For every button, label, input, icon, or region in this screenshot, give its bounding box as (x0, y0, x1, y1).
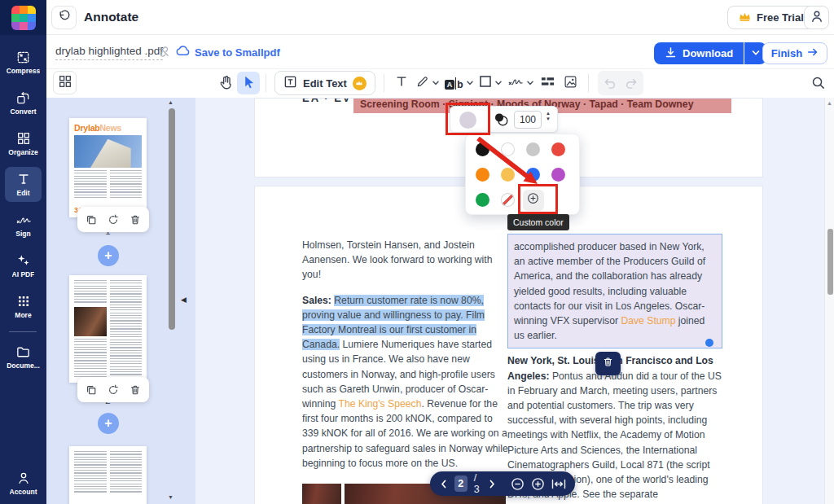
download-button[interactable]: Download (654, 42, 744, 64)
collapse-panel-button[interactable]: ◀ (181, 296, 187, 304)
stepper-down-icon[interactable]: ▼ (546, 116, 551, 121)
insert-page-button[interactable]: + (98, 245, 119, 266)
rotate-page-button[interactable] (107, 383, 120, 397)
download-icon (665, 46, 677, 61)
scroll-up-arrow[interactable]: ▲ (168, 99, 173, 105)
swatch-white[interactable] (501, 142, 515, 156)
zoom-in-button[interactable] (531, 477, 545, 491)
delete-page-button[interactable] (129, 383, 142, 397)
sidebar-item-compress[interactable]: Compress (0, 45, 46, 80)
custom-color-button[interactable] (523, 190, 544, 211)
insert-page-button[interactable]: + (98, 413, 119, 434)
scroll-up-arrow[interactable]: ▲ (827, 100, 832, 106)
arrow-right-icon (807, 47, 819, 59)
thumbnail-view-button[interactable] (53, 71, 77, 94)
annotation-property-bar: 100 ▲▼ (450, 106, 558, 133)
page-thumbnail-2[interactable] (69, 275, 147, 383)
swatch-green[interactable] (476, 193, 489, 207)
redo-button[interactable] (625, 77, 639, 90)
free-trial-button[interactable]: Free Trial (727, 6, 814, 29)
edit-text-button[interactable]: Edit Text (274, 71, 375, 95)
text-edit-icon (16, 172, 31, 186)
sidebar-item-organize[interactable]: Organize (0, 126, 46, 161)
account-button[interactable] (804, 6, 829, 29)
undo-redo-group (598, 71, 643, 95)
current-color-swatch[interactable] (459, 112, 476, 129)
toolbar-separator (384, 74, 384, 92)
swatch-gray[interactable] (526, 142, 540, 156)
swatch-blue[interactable] (526, 168, 540, 182)
sidebar-item-account[interactable]: Account (0, 466, 46, 501)
pencil-icon (415, 75, 429, 92)
page-thumbnail-3[interactable] (69, 446, 147, 504)
folder-icon (15, 344, 31, 359)
top-header: Annotate Free Trial (46, 0, 834, 35)
save-to-smallpdf-link[interactable]: Save to Smallpdf (175, 45, 280, 59)
sidebar-item-convert[interactable]: Convert (0, 85, 46, 121)
selected-text-annotation[interactable]: accomplished producer based in New York,… (507, 234, 722, 348)
zoom-out-button[interactable] (511, 477, 525, 491)
swatch-red[interactable] (551, 142, 565, 156)
sidebar-item-documents[interactable]: Docume... (0, 340, 46, 375)
duplicate-page-button[interactable] (85, 383, 98, 397)
document-scrollbar: ▲ (824, 98, 834, 504)
sidebar-item-label: Convert (10, 107, 36, 116)
duplicate-page-button[interactable] (85, 213, 98, 226)
hand-tool-button[interactable] (214, 72, 237, 94)
pdf-page-2: Holmsen, Torstein Hansen, and Jostein Aa… (254, 186, 763, 504)
sidebar-item-sign[interactable]: Sign (0, 208, 46, 243)
download-label: Download (683, 47, 733, 59)
page-thumbnail-1[interactable]: DrylabNews 34 (69, 118, 147, 217)
redact-lines-tool-button[interactable] (537, 72, 560, 94)
signature-tool-button[interactable] (505, 72, 537, 94)
next-page-button[interactable] (488, 479, 497, 489)
shape-tool-button[interactable] (476, 72, 505, 94)
search-button[interactable] (806, 72, 829, 95)
thumbnail-scrollbar[interactable] (169, 108, 175, 330)
sidebar-item-edit[interactable]: Edit (5, 167, 42, 202)
text-tool-button[interactable] (390, 72, 413, 94)
delete-page-button[interactable] (129, 213, 142, 226)
finish-button[interactable]: Finish (762, 42, 827, 64)
chevron-down-icon (526, 79, 534, 87)
swatch-black[interactable] (476, 142, 489, 156)
rotate-page-button[interactable] (107, 213, 120, 226)
chevron-down-icon (494, 79, 503, 87)
image-tool-button[interactable] (560, 72, 582, 94)
current-page-input[interactable]: 2 (454, 476, 467, 492)
filename-field[interactable]: drylab highlighted .pdf (55, 45, 163, 60)
swatch-yellow[interactable] (501, 168, 515, 182)
signature-icon (15, 213, 32, 227)
download-split-button: Download (654, 42, 766, 64)
fit-width-button[interactable] (551, 479, 566, 489)
smallpdf-logo[interactable] (0, 0, 46, 35)
pencil-tool-button[interactable] (413, 72, 442, 94)
annotation-resize-handle[interactable] (705, 339, 713, 347)
image-icon (564, 75, 577, 92)
select-tool-button[interactable] (237, 72, 260, 94)
unlink-icon[interactable] (157, 45, 171, 62)
undo-button[interactable] (603, 77, 617, 90)
sidebar-item-more[interactable]: More (0, 289, 46, 324)
highlight-tool-button[interactable]: Ab (442, 72, 476, 94)
delete-annotation-button[interactable] (595, 352, 621, 375)
back-button[interactable] (51, 6, 77, 29)
swatch-orange[interactable] (476, 168, 489, 182)
previous-page-button[interactable] (439, 479, 448, 489)
link-dave-stump[interactable]: Dave Stump (621, 315, 675, 327)
sidebar-item-label: Account (10, 488, 37, 496)
stepper-up-icon[interactable]: ▲ (546, 111, 551, 116)
swatch-transparent[interactable] (501, 193, 515, 207)
opacity-input[interactable]: 100 (514, 111, 542, 129)
sidebar-item-ai-pdf[interactable]: AI PDF (0, 248, 46, 283)
scrollbar-thumb[interactable] (827, 229, 833, 295)
page-title: Annotate (84, 10, 138, 24)
opacity-icon[interactable] (493, 112, 509, 131)
color-picker-popup (465, 134, 580, 215)
link-kings-speech[interactable]: The King's Speech (339, 398, 422, 410)
swatch-purple[interactable] (551, 168, 565, 182)
scroll-down-arrow[interactable]: ▼ (168, 494, 173, 500)
opacity-stepper[interactable]: ▲▼ (546, 111, 551, 121)
page-navigation-bar: 2 / 3 (430, 471, 575, 496)
convert-icon (15, 90, 31, 105)
